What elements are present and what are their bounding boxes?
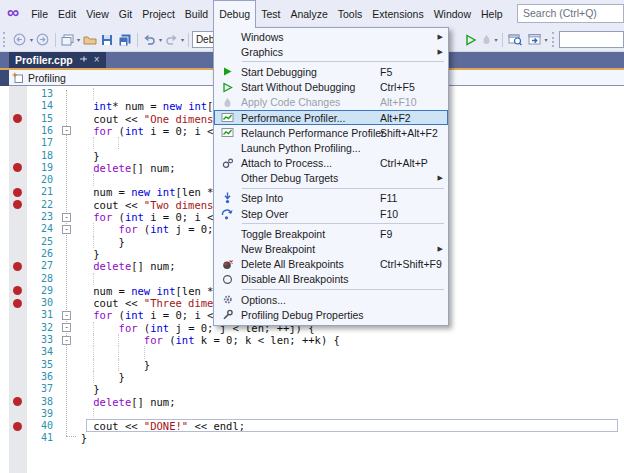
profiler-icon: [214, 127, 241, 138]
menu-item-apply-code-changes[interactable]: Apply Code ChangesAlt+F10: [214, 95, 448, 110]
menu-item-relaunch-performance-profiler[interactable]: Relaunch Performance ProfilerShift+Alt+F…: [214, 125, 448, 140]
menubar-item-tools[interactable]: Tools: [333, 0, 368, 28]
submenu-arrow-icon: ▶: [438, 174, 443, 182]
fold-collapse-box[interactable]: -: [62, 225, 71, 234]
menu-item-step-into[interactable]: Step IntoF11: [214, 191, 448, 206]
menu-item-step-over[interactable]: Step OverF10: [214, 206, 448, 221]
code-text: }: [68, 359, 150, 371]
redo-caret[interactable]: ▾: [181, 36, 184, 43]
save-button[interactable]: [99, 30, 116, 50]
menu-item-disable-all-breakpoints[interactable]: Disable All Breakpoints: [214, 272, 448, 287]
menu-item-shortcut: Alt+F10: [380, 96, 416, 108]
toolbar-separator: [137, 33, 138, 47]
new-window-caret[interactable]: ▾: [77, 36, 80, 43]
hot-reload-button[interactable]: [479, 30, 494, 50]
menubar-item-file[interactable]: File: [26, 0, 53, 28]
find-in-files-button[interactable]: [506, 30, 525, 50]
open-folder-icon: [83, 34, 97, 46]
undo-caret[interactable]: ▾: [159, 36, 162, 43]
menubar-item-debug[interactable]: Debug: [213, 0, 256, 28]
code-text: }: [68, 150, 100, 162]
line-number: 21: [26, 186, 53, 198]
menu-item-options[interactable]: Options...: [214, 292, 448, 307]
fold-collapse-box[interactable]: -: [62, 336, 71, 345]
code-line[interactable]: }: [0, 359, 624, 371]
code-line[interactable]: }: [0, 432, 624, 444]
menu-item-new-breakpoint[interactable]: New Breakpoint▶: [214, 241, 448, 256]
menu-item-attach-to-process[interactable]: Attach to Process...Ctrl+Alt+P: [214, 156, 448, 171]
toolbar-search-combo[interactable]: [559, 31, 624, 48]
fold-collapse-box[interactable]: -: [62, 126, 71, 135]
fold-collapse-box[interactable]: -: [62, 323, 71, 332]
menu-item-shortcut: Shift+Alt+F2: [380, 127, 438, 139]
redo-button[interactable]: [163, 30, 180, 50]
menubar-item-view[interactable]: View: [81, 0, 114, 28]
redo-icon: [165, 34, 178, 45]
menubar-item-analyze[interactable]: Analyze: [285, 0, 332, 28]
menu-item-start-debugging[interactable]: Start DebuggingF5: [214, 64, 448, 79]
toolbar-overflow-button[interactable]: ▾: [545, 36, 548, 43]
fold-collapse-box[interactable]: -: [62, 213, 71, 222]
menu-item-toggle-breakpoint[interactable]: Toggle BreakpointF9: [214, 226, 448, 241]
profiler-icon: [214, 112, 241, 123]
menu-item-launch-python-profiling[interactable]: Launch Python Profiling...: [214, 140, 448, 155]
new-window-button[interactable]: [59, 30, 76, 50]
line-number: 23: [26, 211, 53, 223]
line-number: 15: [26, 113, 53, 125]
breadcrumb-label: Profiling: [28, 72, 66, 84]
breakpoint-indicator[interactable]: [13, 422, 22, 431]
menubar-item-help[interactable]: Help: [476, 0, 508, 28]
menu-item-start-without-debugging[interactable]: Start Without DebuggingCtrl+F5: [214, 80, 448, 95]
menu-item-performance-profiler[interactable]: Performance Profiler...Alt+F2: [214, 110, 448, 125]
line-number: 36: [26, 371, 53, 383]
close-icon[interactable]: ×: [94, 55, 100, 65]
menubar-item-edit[interactable]: Edit: [53, 0, 81, 28]
menubar-item-extensions[interactable]: Extensions: [367, 0, 428, 28]
fold-collapse-box[interactable]: -: [62, 311, 71, 320]
code-text: delete[] num;: [68, 260, 176, 272]
breakpoint-indicator[interactable]: [13, 188, 22, 197]
menu-item-windows[interactable]: Windows▶: [214, 29, 448, 44]
sync-window-button[interactable]: [525, 30, 544, 50]
navigate-back-button[interactable]: [11, 30, 29, 50]
code-line[interactable]: }: [0, 371, 624, 383]
pin-icon[interactable]: [79, 55, 88, 66]
code-line[interactable]: delete[] num;: [0, 396, 624, 408]
hot-reload-caret[interactable]: ▾: [495, 36, 498, 43]
code-line[interactable]: [0, 346, 624, 358]
toolbar-grip[interactable]: [552, 32, 557, 47]
menu-item-label: Windows: [241, 31, 284, 43]
breakpoint-indicator[interactable]: [13, 397, 22, 406]
indent-guide: [93, 88, 94, 100]
line-number: 37: [26, 383, 53, 395]
toolbar-grip[interactable]: [3, 32, 8, 47]
menubar-item-git[interactable]: Git: [114, 0, 137, 28]
menu-item-graphics[interactable]: Graphics▶: [214, 44, 448, 59]
menu-item-shortcut: F11: [380, 192, 397, 204]
breakpoint-indicator[interactable]: [13, 299, 22, 308]
tab-title: Profiler.cpp: [15, 54, 73, 66]
menubar-item-test[interactable]: Test: [256, 0, 285, 28]
menu-item-shortcut: Alt+F2: [380, 112, 411, 124]
code-line[interactable]: for (int k = 0; k < len; ++k) {: [0, 334, 624, 346]
find-in-files-icon: [508, 33, 523, 46]
code-text: }: [68, 248, 100, 260]
navigate-forward-button[interactable]: [34, 30, 52, 50]
menu-item-profiling-debug-properties[interactable]: Profiling Debug Properties: [214, 307, 448, 322]
code-line[interactable]: }: [0, 383, 624, 395]
back-dropdown-caret[interactable]: ▾: [30, 36, 33, 43]
tab-profiler-cpp[interactable]: Profiler.cpp ×: [9, 52, 106, 68]
open-file-button[interactable]: [81, 30, 99, 50]
menu-item-delete-all-breakpoints[interactable]: Delete All BreakpointsCtrl+Shift+F9: [214, 257, 448, 272]
breakpoint-indicator[interactable]: [13, 262, 22, 271]
quick-search-box[interactable]: Search (Ctrl+Q): [517, 4, 624, 23]
bp-delete-icon: [214, 259, 241, 270]
step-into-icon: [214, 192, 241, 204]
menubar-item-window[interactable]: Window: [429, 0, 476, 28]
save-all-button[interactable]: [116, 30, 134, 50]
undo-button[interactable]: [141, 30, 158, 50]
menubar-item-project[interactable]: Project: [137, 0, 180, 28]
menu-item-other-debug-targets[interactable]: Other Debug Targets▶: [214, 171, 448, 186]
start-without-debugging-button[interactable]: [463, 30, 479, 50]
menubar-item-build[interactable]: Build: [180, 0, 213, 28]
